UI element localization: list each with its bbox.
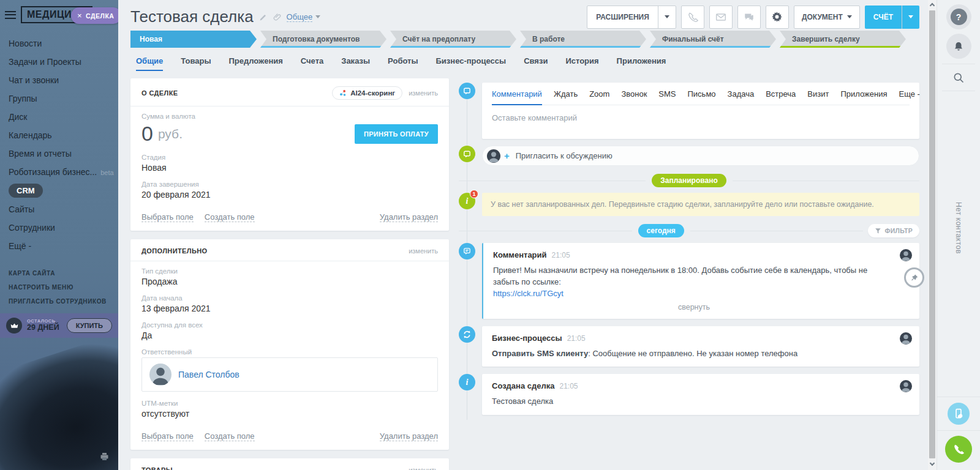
vertical-scrollbar[interactable]: [928, 0, 937, 470]
deal-entity-chip[interactable]: × СДЕЛКА: [71, 7, 118, 24]
sidebar-item-calendar[interactable]: Календарь: [0, 126, 118, 144]
edit-section-link[interactable]: изменить: [409, 247, 438, 255]
delete-section-link[interactable]: Удалить раздел: [380, 431, 438, 441]
accept-payment-button[interactable]: ПРИНЯТЬ ОПЛАТУ: [355, 124, 438, 144]
stage-final-invoice[interactable]: Финальный счёт: [650, 31, 776, 48]
document-button[interactable]: ДОКУМЕНТ: [794, 6, 860, 29]
mobile-app-button[interactable]: [948, 403, 970, 425]
stage-prepayment-invoice[interactable]: Счёт на предоплату: [390, 31, 516, 48]
tab-general[interactable]: Общие: [136, 56, 163, 71]
composer-tab-task[interactable]: Задача: [728, 89, 755, 104]
stage-close-deal[interactable]: Завершить сделку: [780, 31, 906, 48]
composer-tab-email[interactable]: Письмо: [688, 89, 716, 104]
deal-amount-value[interactable]: 0: [141, 122, 153, 146]
composer-tab-meeting[interactable]: Встреча: [766, 89, 796, 104]
invite-employees-link[interactable]: ПРИГЛАСИТЬ СОТРУДНИКОВ: [0, 294, 118, 308]
filter-button[interactable]: ФИЛЬТР: [868, 224, 919, 237]
avatar[interactable]: [900, 249, 912, 261]
configure-menu-link[interactable]: НАСТРОИТЬ МЕНЮ: [0, 280, 118, 294]
search-button[interactable]: [951, 69, 967, 86]
stage-new[interactable]: Новая: [130, 31, 257, 48]
hamburger-menu-icon[interactable]: [5, 11, 16, 19]
sidebar-item-time-reports[interactable]: Время и отчеты: [0, 144, 118, 163]
help-button[interactable]: ?: [951, 9, 967, 25]
chat-button[interactable]: [737, 6, 761, 29]
sidebar-item-chat[interactable]: Чат и звонки: [0, 71, 118, 89]
sidebar-item-rpa[interactable]: Роботизация бизнес...beta: [0, 163, 118, 181]
sitemap-link[interactable]: КАРТА САЙТА: [0, 266, 118, 280]
scroll-up-arrow[interactable]: [930, 3, 935, 8]
close-icon[interactable]: ×: [77, 11, 82, 20]
composer-tab-wait[interactable]: Ждать: [554, 89, 578, 104]
invoice-button[interactable]: СЧЁТ: [865, 6, 919, 29]
sidebar-item-disk[interactable]: Диск: [0, 108, 118, 126]
extensions-button[interactable]: РАСШИРЕНИЯ: [587, 6, 676, 29]
composer-tab-sms[interactable]: SMS: [658, 89, 676, 104]
edit-section-link[interactable]: изменить: [409, 89, 438, 97]
sidebar-item-more[interactable]: Ещё -: [0, 237, 118, 255]
sidebar-item-employees[interactable]: Сотрудники: [0, 218, 118, 237]
scroll-down-arrow[interactable]: [930, 461, 935, 466]
tab-products[interactable]: Товары: [181, 56, 211, 70]
scrollbar-thumb[interactable]: [929, 10, 935, 458]
tab-business-processes[interactable]: Бизнес-процессы: [436, 56, 507, 70]
ai-scoring-badge[interactable]: AI24-скоринг: [332, 86, 402, 100]
edit-section-link[interactable]: изменить: [409, 466, 438, 470]
start-date-value[interactable]: 13 февраля 2021: [141, 304, 438, 313]
avatar[interactable]: [900, 332, 912, 345]
comment-input[interactable]: Оставьте комментарий: [492, 105, 910, 139]
create-field-link[interactable]: Создать поле: [205, 212, 255, 222]
create-field-link[interactable]: Создать поле: [205, 431, 255, 441]
delete-section-link[interactable]: Удалить раздел: [380, 212, 438, 222]
select-field-link[interactable]: Выбрать поле: [141, 431, 194, 441]
edit-title-pencil-icon[interactable]: [259, 13, 268, 21]
deal-category-dropdown[interactable]: Общее: [287, 12, 313, 22]
close-date-value[interactable]: 20 февраля 2021: [141, 190, 438, 200]
settings-gear-button[interactable]: [766, 6, 789, 29]
sidebar-item-sites[interactable]: Сайты: [0, 200, 118, 218]
stage-document-preparation[interactable]: Подготовка документов: [260, 31, 386, 48]
invite-to-discussion-field[interactable]: + Пригласить к обсуждению: [482, 146, 919, 166]
tab-orders[interactable]: Заказы: [341, 56, 370, 70]
tab-history[interactable]: История: [565, 56, 598, 70]
no-contacts-label[interactable]: Нет контактов: [954, 202, 963, 254]
attach-paperclip-icon[interactable]: [273, 13, 282, 21]
document-dropdown-arrow[interactable]: [847, 15, 852, 18]
phone-call-button[interactable]: [945, 436, 972, 463]
call-button[interactable]: [681, 6, 704, 29]
composer-tab-more[interactable]: Еще -: [899, 89, 920, 104]
composer-tab-visit[interactable]: Визит: [807, 89, 829, 104]
chevron-down-icon[interactable]: [315, 15, 320, 18]
responsible-user-link[interactable]: Павел Столбов: [178, 370, 239, 379]
buy-button[interactable]: КУПИТЬ: [67, 318, 112, 333]
stage-in-progress[interactable]: В работе: [520, 31, 646, 48]
tab-apps[interactable]: Приложения: [617, 56, 666, 70]
composer-tab-comment[interactable]: Комментарий: [492, 89, 542, 105]
sidebar-item-groups[interactable]: Группы: [0, 89, 118, 108]
composer-tab-zoom[interactable]: Zoom: [589, 89, 609, 104]
email-button[interactable]: [709, 6, 733, 29]
sidebar-item-crm[interactable]: CRM: [0, 181, 118, 200]
stage-value[interactable]: Новая: [141, 163, 438, 173]
tab-quotes[interactable]: Предложения: [229, 56, 283, 70]
calendar-link[interactable]: https://clck.ru/TGcyt: [493, 289, 564, 298]
avatar[interactable]: [149, 364, 172, 386]
printer-icon[interactable]: [99, 452, 110, 464]
add-user-plus-icon[interactable]: +: [504, 151, 510, 161]
notifications-bell-button[interactable]: [951, 38, 967, 54]
pin-icon[interactable]: [904, 267, 924, 288]
sidebar-item-tasks[interactable]: Задачи и Проекты: [0, 53, 118, 71]
available-for-all-value[interactable]: Да: [141, 330, 438, 340]
avatar[interactable]: [900, 380, 912, 392]
composer-tab-call[interactable]: Звонок: [621, 89, 647, 104]
composer-tab-apps[interactable]: Приложения: [840, 89, 887, 104]
invoice-dropdown-arrow[interactable]: [902, 6, 919, 29]
tab-invoices[interactable]: Счета: [301, 56, 323, 70]
tab-robots[interactable]: Роботы: [388, 56, 418, 70]
tab-relations[interactable]: Связи: [524, 56, 548, 70]
deal-type-value[interactable]: Продажа: [141, 277, 438, 286]
extensions-dropdown-arrow[interactable]: [658, 6, 676, 28]
select-field-link[interactable]: Выбрать поле: [141, 212, 194, 222]
collapse-link[interactable]: свернуть: [493, 303, 895, 311]
sidebar-item-news[interactable]: Новости: [0, 34, 118, 53]
